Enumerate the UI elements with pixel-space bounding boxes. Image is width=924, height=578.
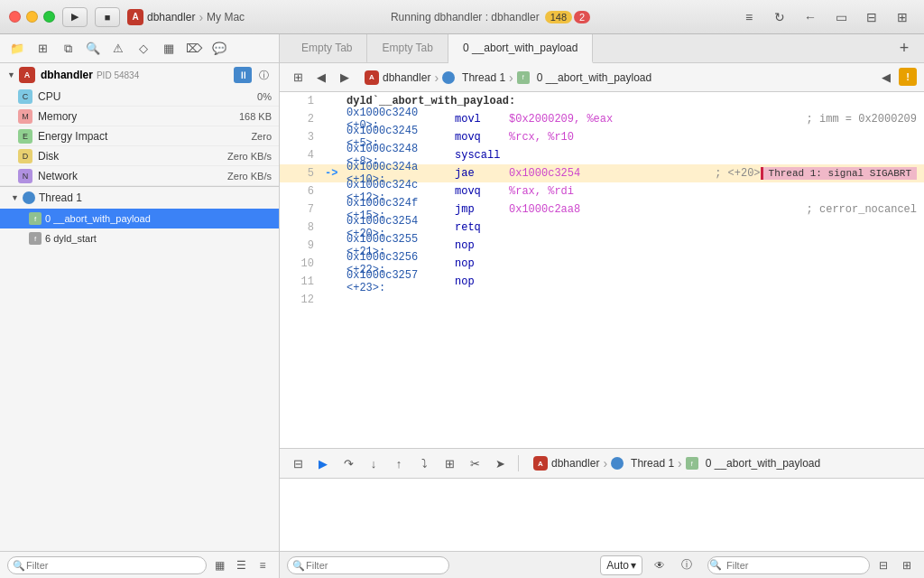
bottom-filter-input[interactable] xyxy=(287,556,449,574)
metric-disk-value: Zero KB/s xyxy=(227,151,272,162)
bottom-breadcrumb-thread: Thread 1 xyxy=(631,457,674,470)
metric-energy-label: Energy Impact xyxy=(38,130,107,143)
thread-name: Thread 1 xyxy=(39,191,82,204)
metric-cpu[interactable]: C CPU 0% xyxy=(0,87,279,107)
bookmark-icon[interactable]: ◇ xyxy=(134,40,153,58)
step-into-icon[interactable]: ↓ xyxy=(363,453,384,473)
code-app-icon: A xyxy=(365,70,379,85)
panel-triple-icon[interactable]: ⊞ xyxy=(890,7,915,27)
panel-split-icon[interactable]: ⊟ xyxy=(859,7,884,27)
metric-disk[interactable]: D Disk Zero KB/s xyxy=(0,146,279,166)
refresh-icon[interactable]: ↻ xyxy=(767,7,792,27)
process-section: ▼ A dbhandler PID 54834 ⏸ ⓘ C CPU 0% xyxy=(0,63,279,551)
tab-2[interactable]: Empty Tab xyxy=(367,34,448,63)
titlebar: ▶ ■ A dbhandler › My Mac Running dbhandl… xyxy=(0,0,924,34)
metric-energy[interactable]: E Energy Impact Zero xyxy=(0,126,279,146)
run-icon[interactable]: ▶ xyxy=(312,453,334,473)
content-tabs: Empty Tab Empty Tab 0 __abort_with_paylo… xyxy=(280,34,924,63)
sidebar-filter-icons: ▦ ☰ ≡ xyxy=(210,556,272,574)
metric-memory-value: 168 KB xyxy=(239,111,272,122)
chat-icon[interactable]: 💬 xyxy=(209,40,229,58)
play-button[interactable]: ▶ xyxy=(62,7,88,27)
stop-button[interactable]: ■ xyxy=(95,7,120,27)
sidebar: 📁 ⊞ ⧉ 🔍 ⚠ ◇ ▦ ⌦ 💬 ▼ A dbhandler PID 5483… xyxy=(0,34,280,578)
grid-icon[interactable]: ⊞ xyxy=(32,40,52,58)
info-icon[interactable]: ⓘ xyxy=(255,67,272,83)
process-chevron: ▼ xyxy=(7,70,15,79)
metric-disk-label: Disk xyxy=(38,150,59,163)
nav-prev-icon[interactable]: ◀ xyxy=(875,68,897,88)
frame-item-0[interactable]: f 0 __abort_with_payload xyxy=(0,209,279,228)
disk-icon: D xyxy=(18,149,32,163)
step-out-icon[interactable]: ↑ xyxy=(388,453,410,473)
bottom-app-icon: A xyxy=(533,456,548,471)
layers-icon[interactable]: ⧉ xyxy=(58,40,78,58)
titlebar-app-name: dbhandler xyxy=(147,11,195,23)
layout-icon[interactable]: ▦ xyxy=(159,40,179,58)
metrics-list: C CPU 0% M Memory 168 KB E Energy Im xyxy=(0,87,279,186)
filter-grid-icon[interactable]: ▦ xyxy=(210,556,228,574)
frame-icon-0: f xyxy=(29,212,42,225)
step-instruction-icon[interactable]: ⤵ xyxy=(413,453,435,473)
tab-3[interactable]: 0 __abort_with_payload xyxy=(448,34,593,63)
frame-label-1: 6 dyld_start xyxy=(45,233,97,244)
tab-add-button[interactable]: + xyxy=(892,36,917,61)
bottom-filter-right: 🔍 ⊟ ⊞ xyxy=(704,556,917,574)
toolbar-separator xyxy=(518,455,519,471)
bottom-filter-wrap: 🔍 xyxy=(287,556,593,574)
step-over-icon[interactable]: ↷ xyxy=(337,453,359,473)
code-breadcrumb: A dbhandler › Thread 1 › f 0 __abort_wit… xyxy=(365,70,873,85)
metric-memory[interactable]: M Memory 168 KB xyxy=(0,107,279,126)
bottom-breadcrumb-frame: 0 __abort_with_payload xyxy=(706,457,820,470)
nav-forward-icon[interactable]: ▶ xyxy=(334,68,356,88)
folder-icon[interactable]: 📁 xyxy=(7,40,27,58)
filter-option-icon[interactable]: ≡ xyxy=(254,556,272,574)
process-app-icon: A xyxy=(19,67,35,83)
metric-cpu-value: 0% xyxy=(257,91,272,102)
bottom-filter-input-right[interactable] xyxy=(707,556,870,574)
metric-network[interactable]: N Network Zero KB/s xyxy=(0,166,279,186)
filter-list-icon[interactable]: ☰ xyxy=(232,556,250,574)
sidebar-filter-input[interactable] xyxy=(7,556,207,574)
thread-item[interactable]: ▼ Thread 1 xyxy=(0,187,279,209)
share-icon[interactable]: ✂ xyxy=(464,453,485,473)
return-icon[interactable]: ⊞ xyxy=(439,453,460,473)
panel-single-icon[interactable]: ▭ xyxy=(828,7,854,27)
tab-1[interactable]: Empty Tab xyxy=(287,34,367,63)
bottom-breadcrumb: A dbhandler › Thread 1 › f 0 __abort_wit… xyxy=(533,456,917,471)
signal-badge: Thread 1: signal SIGABRT xyxy=(761,167,917,180)
close-button[interactable] xyxy=(9,11,21,23)
bottom-toolbar: ⊟ ▶ ↷ ↓ ↑ ⤵ ⊞ ✂ ➤ A dbhandler › Thread 1… xyxy=(280,448,924,479)
back-icon[interactable]: ← xyxy=(798,7,823,27)
grid-view-icon[interactable]: ⊞ xyxy=(287,68,309,88)
auto-button[interactable]: Auto ▾ xyxy=(600,555,642,575)
breadcrumb-sep: › xyxy=(199,10,203,24)
info-circle-icon[interactable]: ⓘ xyxy=(677,556,697,574)
hamburger-icon[interactable]: ≡ xyxy=(736,7,762,27)
tab-1-label: Empty Tab xyxy=(301,42,352,54)
nav-back-icon[interactable]: ◀ xyxy=(310,68,332,88)
warning-badge: ! xyxy=(899,68,917,86)
maximize-button[interactable] xyxy=(43,11,55,23)
process-controls: ⏸ ⓘ xyxy=(234,67,272,83)
send-icon[interactable]: ➤ xyxy=(489,453,511,473)
tag-icon[interactable]: ⌦ xyxy=(184,40,204,58)
console-icon[interactable]: ⊟ xyxy=(287,453,309,473)
titlebar-machine: My Mac xyxy=(207,11,245,23)
metric-memory-label: Memory xyxy=(38,110,77,123)
cpu-icon: C xyxy=(18,89,32,104)
minimize-button[interactable] xyxy=(26,11,38,23)
process-pid: PID 54834 xyxy=(97,70,139,80)
process-row[interactable]: ▼ A dbhandler PID 54834 ⏸ ⓘ xyxy=(0,63,279,87)
eye-icon[interactable]: 👁 xyxy=(650,556,670,574)
pause-icon[interactable]: ⏸ xyxy=(234,67,252,83)
split-view-icon[interactable]: ⊟ xyxy=(873,556,893,574)
content-area: Empty Tab Empty Tab 0 __abort_with_paylo… xyxy=(280,34,924,578)
error-count: 2 xyxy=(574,11,590,23)
search-icon[interactable]: 🔍 xyxy=(83,40,103,58)
frame-item-1[interactable]: f 6 dyld_start xyxy=(0,228,279,248)
warning-icon[interactable]: ⚠ xyxy=(108,40,128,58)
auto-label: Auto xyxy=(606,559,629,572)
full-view-icon[interactable]: ⊞ xyxy=(897,556,917,574)
metric-cpu-label: CPU xyxy=(38,90,60,103)
